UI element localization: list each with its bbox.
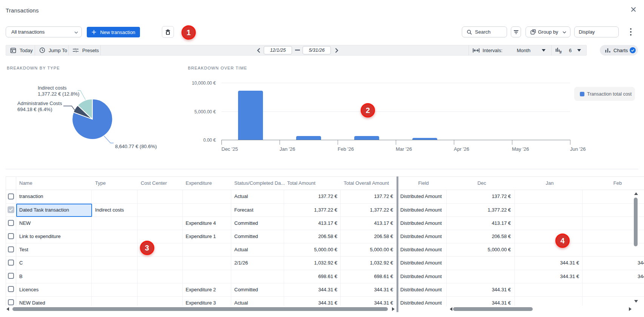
svg-text:#: # xyxy=(559,49,562,54)
